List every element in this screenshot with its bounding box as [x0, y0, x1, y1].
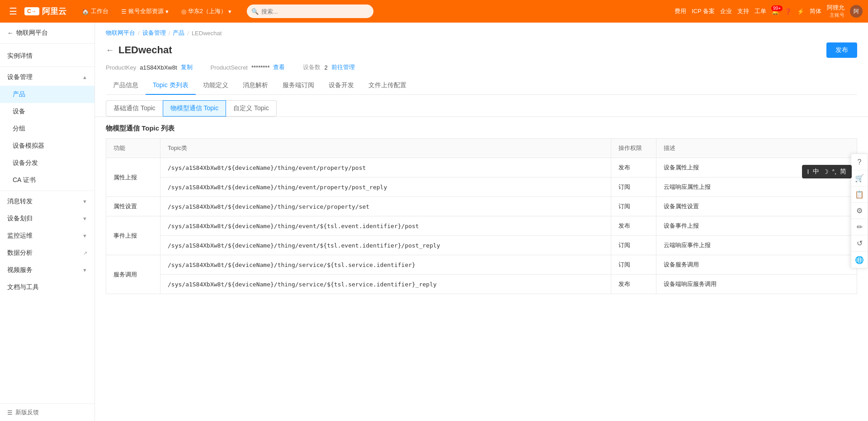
sub-tab-tsl[interactable]: 物模型通信 Topic: [163, 100, 226, 117]
nav-account[interactable]: ☰ 账号全部资源 ▾: [117, 5, 173, 18]
nav-fees[interactable]: 费用: [675, 7, 686, 15]
th-topic: Topic类: [160, 139, 611, 158]
ime-simp[interactable]: 简: [840, 168, 846, 176]
tab-server-sub[interactable]: 服务端订阅: [275, 77, 321, 95]
float-panel: ? 🛒 📋 ⚙ ✏ ↺ 🌐: [851, 154, 868, 268]
tab-device-dev[interactable]: 设备开发: [321, 77, 361, 95]
page-meta: ProductKey a1S84XbXw8t 复制 ProductSecret …: [106, 63, 857, 77]
topic-cell: /sys/a1S84XbXw8t/${deviceName}/thing/ser…: [160, 197, 611, 216]
publish-button[interactable]: 发布: [826, 42, 857, 58]
page-title-area: ← LEDwechat: [106, 44, 172, 56]
sidebar-item-device-management-label: 设备管理: [7, 73, 33, 81]
sidebar-item-docs[interactable]: 文档与工具: [0, 279, 94, 296]
func-cell: 属性上报: [106, 158, 160, 197]
content-area: 物模型通信 Topic 列表 功能 Topic类 操作权限 描述 属性上报/sy…: [95, 117, 868, 421]
sidebar-item-ca[interactable]: CA 证书: [0, 172, 94, 189]
sidebar-item-device[interactable]: 设备: [0, 103, 94, 120]
nav-apps[interactable]: ⚡: [797, 8, 804, 15]
search-input[interactable]: [247, 5, 373, 18]
float-cart[interactable]: 🛒: [851, 170, 868, 187]
permission-cell: 发布: [611, 275, 656, 294]
topic-table: 功能 Topic类 操作权限 描述 属性上报/sys/a1S84XbXw8t/$…: [106, 138, 857, 294]
nav-user[interactable]: 阿狸允 主账号: [827, 4, 844, 18]
nav-user-subtitle: 主账号: [830, 12, 844, 18]
section-title: 物模型通信 Topic 列表: [106, 124, 857, 133]
sidebar-item-message[interactable]: 消息转发 ▼: [0, 193, 94, 210]
breadcrumb-sep-2: /: [169, 30, 170, 37]
sub-tab-basic[interactable]: 基础通信 Topic: [106, 100, 163, 117]
nav-workbench[interactable]: 🏠 工作台: [77, 5, 113, 18]
chevron-up-icon: ▲: [82, 75, 87, 80]
sidebar-item-video[interactable]: 视频服务 ▼: [0, 262, 94, 279]
tab-msg-parse[interactable]: 消息解析: [236, 77, 275, 95]
sidebar-item-data-label: 数据分析: [7, 249, 33, 257]
permission-cell: 发布: [611, 158, 656, 178]
permission-cell: 发布: [611, 216, 656, 236]
chevron-down-icon-4: ▼: [82, 267, 87, 273]
nav-region[interactable]: ◎ 华东2（上海） ▾: [177, 5, 236, 18]
tab-topic-list[interactable]: Topic 类列表: [146, 77, 196, 95]
nav-help[interactable]: ❓: [784, 8, 792, 15]
main-tabs: 产品信息 Topic 类列表 功能定义 消息解析 服务端订阅 设备开发 文件上传…: [106, 77, 857, 95]
float-help[interactable]: ?: [851, 154, 868, 170]
breadcrumb-iot[interactable]: 物联网平台: [106, 29, 135, 37]
bell-badge: 99+: [771, 5, 783, 11]
sidebar-item-simulator[interactable]: 设备模拟器: [0, 137, 94, 154]
feedback-icon: ☰: [7, 409, 13, 416]
nav-icp[interactable]: ICP 备案: [692, 7, 715, 15]
copy-link[interactable]: 复制: [181, 63, 193, 71]
float-clipboard[interactable]: 📋: [851, 187, 868, 203]
sidebar-item-device-management[interactable]: 设备管理 ▲: [0, 69, 94, 86]
manage-device-link[interactable]: 前往管理: [331, 63, 355, 71]
sub-tab-custom[interactable]: 自定义 Topic: [226, 100, 277, 117]
nav-bell[interactable]: 🔔 99+: [772, 8, 779, 15]
page-header: ← LEDwechat 发布 ProductKey a1S84XbXw8t 复制…: [95, 37, 868, 95]
tab-file-upload[interactable]: 文件上传配置: [361, 77, 414, 95]
nav-support[interactable]: 支持: [737, 7, 749, 15]
sidebar-item-group-label: 分组: [13, 125, 25, 133]
float-refresh[interactable]: ↺: [851, 235, 868, 252]
nav-workorder[interactable]: 工单: [755, 7, 766, 15]
table-row: 属性上报/sys/a1S84XbXw8t/${deviceName}/thing…: [106, 158, 857, 178]
sidebar-item-data[interactable]: 数据分析 ↗: [0, 244, 94, 262]
sidebar-back-label: 物联网平台: [16, 29, 48, 37]
chevron-down-icon: ▼: [82, 199, 87, 204]
new-feedback-item[interactable]: ☰ 新版反馈: [0, 403, 94, 421]
menu-icon[interactable]: ☰: [5, 4, 21, 19]
breadcrumb-product[interactable]: 产品: [173, 29, 184, 37]
topic-cell: /sys/a1S84XbXw8t/${deviceName}/thing/eve…: [160, 236, 611, 255]
breadcrumb-device-mgmt[interactable]: 设备管理: [142, 29, 166, 37]
nav-lang[interactable]: 简体: [810, 7, 821, 15]
sidebar-back-button[interactable]: ← 物联网平台: [0, 23, 94, 44]
breadcrumb-sep-3: /: [187, 30, 189, 37]
chevron-down-icon-3: ▼: [82, 233, 87, 239]
topic-cell: /sys/a1S84XbXw8t/${deviceName}/thing/eve…: [160, 216, 611, 236]
sidebar-item-monitor[interactable]: 监控运维 ▼: [0, 227, 94, 244]
nav-enterprise[interactable]: 企业: [720, 7, 732, 15]
tab-function-def[interactable]: 功能定义: [196, 77, 236, 95]
desc-cell: 设备属性设置: [656, 197, 857, 216]
tab-product-info[interactable]: 产品信息: [106, 77, 146, 95]
device-count-value: 2: [324, 64, 327, 71]
sidebar-item-docs-label: 文档与工具: [7, 283, 39, 291]
table-row: 事件上报/sys/a1S84XbXw8t/${deviceName}/thing…: [106, 216, 857, 236]
view-secret-link[interactable]: 查看: [273, 63, 285, 71]
ime-zh[interactable]: 中: [813, 168, 819, 176]
sub-tabs-area: 基础通信 Topic 物模型通信 Topic 自定义 Topic: [95, 95, 868, 117]
nav-avatar[interactable]: 阿: [850, 5, 863, 18]
sidebar-item-product[interactable]: 产品: [0, 86, 94, 103]
sidebar-item-assignment[interactable]: 设备划归 ▼: [0, 210, 94, 227]
float-settings[interactable]: ⚙: [851, 203, 868, 219]
sidebar-section-main: 实例详情 设备管理 ▲ 产品 设备 分组 设备模拟器 设备分发: [0, 44, 94, 299]
sidebar-item-distribute[interactable]: 设备分发: [0, 154, 94, 172]
sidebar-item-group[interactable]: 分组: [0, 120, 94, 137]
func-cell: 事件上报: [106, 216, 160, 255]
float-edit[interactable]: ✏: [851, 219, 868, 235]
float-global[interactable]: 🌐: [851, 252, 868, 268]
new-feedback-label: 新版反馈: [15, 408, 39, 416]
logo-box: C→: [24, 7, 39, 15]
th-permission: 操作权限: [611, 139, 656, 158]
func-cell: 属性设置: [106, 197, 160, 216]
page-back-button[interactable]: ←: [106, 46, 114, 55]
sidebar-item-instance[interactable]: 实例详情: [0, 47, 94, 65]
